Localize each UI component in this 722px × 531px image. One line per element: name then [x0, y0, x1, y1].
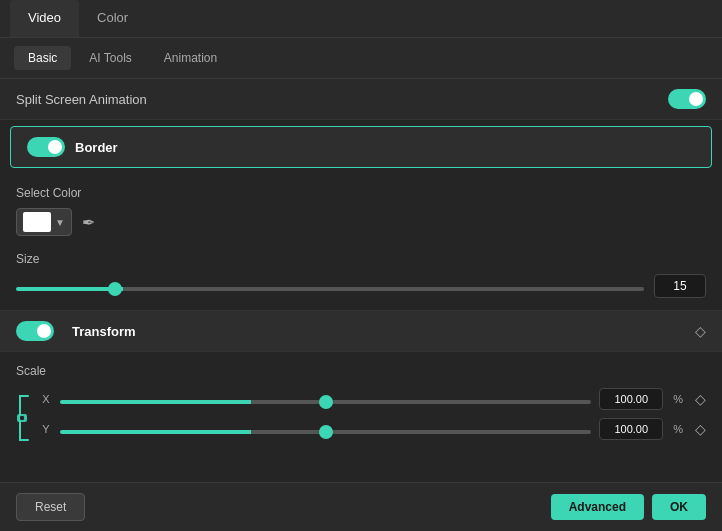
eyedropper-icon[interactable]: ✒ — [82, 213, 95, 232]
split-screen-toggle[interactable] — [668, 89, 706, 109]
scale-x-diamond-icon[interactable]: ◇ — [695, 391, 706, 407]
scale-y-slider[interactable] — [60, 430, 591, 434]
scale-label: Scale — [16, 364, 706, 378]
scale-x-percent: % — [673, 393, 683, 405]
xy-sliders: X 100.00 % ◇ Y 100.00 — [40, 388, 706, 448]
scale-y-diamond-icon[interactable]: ◇ — [695, 421, 706, 437]
split-screen-row: Split Screen Animation — [0, 79, 722, 119]
color-section: Select Color ▼ ✒ — [0, 174, 722, 248]
split-screen-label: Split Screen Animation — [16, 92, 147, 107]
scale-x-slider-wrapper — [60, 390, 591, 408]
transform-label: Transform — [72, 324, 136, 339]
scale-x-slider[interactable] — [60, 400, 591, 404]
advanced-button[interactable]: Advanced — [551, 494, 644, 520]
border-section-row: Border — [10, 126, 712, 168]
size-row: 15 — [16, 274, 706, 298]
transform-toggle[interactable] — [16, 321, 54, 341]
select-color-label: Select Color — [16, 186, 706, 200]
color-swatch-button[interactable]: ▼ — [16, 208, 72, 236]
ok-button[interactable]: OK — [652, 494, 706, 520]
color-swatch — [23, 212, 51, 232]
divider-1 — [0, 119, 722, 120]
scale-section: Scale X — [0, 352, 722, 464]
top-tab-bar: Video Color — [0, 0, 722, 38]
scale-y-percent: % — [673, 423, 683, 435]
scale-lock-icon[interactable] — [16, 394, 30, 442]
tab-basic[interactable]: Basic — [14, 46, 71, 70]
size-section: Size 15 — [0, 248, 722, 310]
scale-y-value-box[interactable]: 100.00 — [599, 418, 663, 440]
content-area: Split Screen Animation Border Select Col… — [0, 79, 722, 525]
tab-ai-tools[interactable]: AI Tools — [75, 46, 145, 70]
tab-video[interactable]: Video — [10, 0, 79, 37]
size-value-box[interactable]: 15 — [654, 274, 706, 298]
app-container: Video Color Basic AI Tools Animation Spl… — [0, 0, 722, 531]
y-axis-label: Y — [40, 423, 52, 435]
reset-button[interactable]: Reset — [16, 493, 85, 521]
color-row: ▼ ✒ — [16, 208, 706, 236]
scale-y-row: Y 100.00 % ◇ — [40, 418, 706, 440]
scale-y-slider-wrapper — [60, 420, 591, 438]
size-slider-wrapper — [16, 277, 644, 295]
sub-tab-bar: Basic AI Tools Animation — [0, 38, 722, 79]
border-label: Border — [75, 140, 118, 155]
transform-section-row: Transform ◇ — [0, 311, 722, 351]
size-label: Size — [16, 252, 706, 266]
x-axis-label: X — [40, 393, 52, 405]
svg-rect-1 — [20, 416, 24, 420]
border-toggle[interactable] — [27, 137, 65, 157]
transform-left: Transform — [16, 321, 136, 341]
dropdown-arrow-icon: ▼ — [55, 217, 65, 228]
size-slider[interactable] — [16, 287, 644, 291]
footer-right-buttons: Advanced OK — [551, 494, 706, 520]
tab-color[interactable]: Color — [79, 0, 146, 37]
scale-x-value-box[interactable]: 100.00 — [599, 388, 663, 410]
tab-animation[interactable]: Animation — [150, 46, 231, 70]
transform-diamond-icon[interactable]: ◇ — [695, 323, 706, 339]
scale-x-row: X 100.00 % ◇ — [40, 388, 706, 410]
footer: Reset Advanced OK — [0, 482, 722, 531]
